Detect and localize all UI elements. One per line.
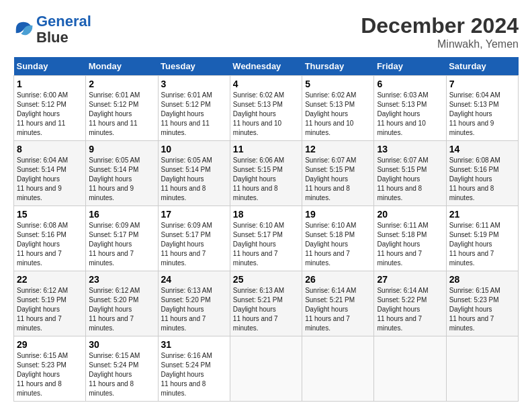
day-info: Sunrise: 6:10 AM Sunset: 5:18 PM Dayligh… xyxy=(305,221,371,268)
day-info: Sunrise: 6:05 AM Sunset: 5:14 PM Dayligh… xyxy=(89,156,154,203)
calendar-cell: 27 Sunrise: 6:14 AM Sunset: 5:22 PM Dayl… xyxy=(374,271,446,336)
day-number: 22 xyxy=(17,274,83,285)
day-number: 29 xyxy=(17,339,83,350)
day-number: 28 xyxy=(449,274,515,285)
day-number: 19 xyxy=(305,209,371,220)
day-number: 24 xyxy=(161,274,227,285)
header-saturday: Saturday xyxy=(446,57,518,76)
day-info: Sunrise: 6:12 AM Sunset: 5:19 PM Dayligh… xyxy=(17,286,83,333)
calendar-cell: 4 Sunrise: 6:02 AM Sunset: 5:13 PM Dayli… xyxy=(230,76,302,141)
calendar-cell: 11 Sunrise: 6:06 AM Sunset: 5:15 PM Dayl… xyxy=(230,141,302,206)
logo: General Blue xyxy=(13,13,91,46)
header-sunday: Sunday xyxy=(14,57,86,76)
calendar-cell: 25 Sunrise: 6:13 AM Sunset: 5:21 PM Dayl… xyxy=(230,271,302,336)
day-info: Sunrise: 6:04 AM Sunset: 5:13 PM Dayligh… xyxy=(449,91,515,138)
calendar-cell: 24 Sunrise: 6:13 AM Sunset: 5:20 PM Dayl… xyxy=(158,271,230,336)
location-title: Minwakh, Yemen xyxy=(361,38,519,50)
calendar-cell: 5 Sunrise: 6:02 AM Sunset: 5:13 PM Dayli… xyxy=(302,76,374,141)
logo-line1: General xyxy=(36,13,91,30)
logo-icon xyxy=(13,19,34,40)
calendar-week-row: 8 Sunrise: 6:04 AM Sunset: 5:14 PM Dayli… xyxy=(14,141,519,206)
calendar-cell: 6 Sunrise: 6:03 AM Sunset: 5:13 PM Dayli… xyxy=(374,76,446,141)
calendar-cell: 20 Sunrise: 6:11 AM Sunset: 5:18 PM Dayl… xyxy=(374,206,446,271)
calendar-cell: 15 Sunrise: 6:08 AM Sunset: 5:16 PM Dayl… xyxy=(14,206,86,271)
day-info: Sunrise: 6:11 AM Sunset: 5:19 PM Dayligh… xyxy=(449,221,515,268)
calendar-cell: 3 Sunrise: 6:01 AM Sunset: 5:12 PM Dayli… xyxy=(158,76,230,141)
day-number: 21 xyxy=(449,209,515,220)
day-number: 8 xyxy=(17,144,83,154)
calendar-cell: 29 Sunrise: 6:15 AM Sunset: 5:23 PM Dayl… xyxy=(14,336,86,402)
day-number: 11 xyxy=(233,144,299,154)
day-info: Sunrise: 6:12 AM Sunset: 5:20 PM Dayligh… xyxy=(89,286,154,333)
day-number: 6 xyxy=(377,79,443,89)
calendar-cell: 31 Sunrise: 6:16 AM Sunset: 5:24 PM Dayl… xyxy=(158,336,230,402)
day-number: 31 xyxy=(161,339,227,350)
calendar-cell: 2 Sunrise: 6:01 AM Sunset: 5:12 PM Dayli… xyxy=(86,76,158,141)
day-number: 26 xyxy=(305,274,371,285)
day-info: Sunrise: 6:13 AM Sunset: 5:21 PM Dayligh… xyxy=(233,286,299,333)
calendar-cell: 9 Sunrise: 6:05 AM Sunset: 5:14 PM Dayli… xyxy=(86,141,158,206)
calendar-cell: 26 Sunrise: 6:14 AM Sunset: 5:21 PM Dayl… xyxy=(302,271,374,336)
calendar-week-row: 22 Sunrise: 6:12 AM Sunset: 5:19 PM Dayl… xyxy=(14,271,519,336)
day-number: 25 xyxy=(233,274,299,285)
calendar-cell: 8 Sunrise: 6:04 AM Sunset: 5:14 PM Dayli… xyxy=(14,141,86,206)
calendar-week-row: 15 Sunrise: 6:08 AM Sunset: 5:16 PM Dayl… xyxy=(14,206,519,271)
day-info: Sunrise: 6:15 AM Sunset: 5:24 PM Dayligh… xyxy=(89,351,154,398)
calendar-cell: 7 Sunrise: 6:04 AM Sunset: 5:13 PM Dayli… xyxy=(446,76,518,141)
calendar-cell xyxy=(446,336,518,402)
calendar-header-row: Sunday Monday Tuesday Wednesday Thursday… xyxy=(14,57,519,76)
day-number: 1 xyxy=(17,79,83,89)
day-number: 30 xyxy=(89,339,154,350)
day-number: 23 xyxy=(89,274,154,285)
header-friday: Friday xyxy=(374,57,446,76)
day-info: Sunrise: 6:02 AM Sunset: 5:13 PM Dayligh… xyxy=(233,91,299,138)
calendar-cell: 14 Sunrise: 6:08 AM Sunset: 5:16 PM Dayl… xyxy=(446,141,518,206)
calendar-cell: 28 Sunrise: 6:15 AM Sunset: 5:23 PM Dayl… xyxy=(446,271,518,336)
calendar-cell: 18 Sunrise: 6:10 AM Sunset: 5:17 PM Dayl… xyxy=(230,206,302,271)
day-info: Sunrise: 6:06 AM Sunset: 5:15 PM Dayligh… xyxy=(233,156,299,203)
calendar-cell: 16 Sunrise: 6:09 AM Sunset: 5:17 PM Dayl… xyxy=(86,206,158,271)
day-number: 3 xyxy=(161,79,227,89)
day-info: Sunrise: 6:16 AM Sunset: 5:24 PM Dayligh… xyxy=(161,351,227,398)
day-info: Sunrise: 6:05 AM Sunset: 5:14 PM Dayligh… xyxy=(161,156,227,203)
calendar-week-row: 29 Sunrise: 6:15 AM Sunset: 5:23 PM Dayl… xyxy=(14,336,519,402)
calendar-cell xyxy=(374,336,446,402)
day-number: 5 xyxy=(305,79,371,89)
day-info: Sunrise: 6:00 AM Sunset: 5:12 PM Dayligh… xyxy=(17,91,83,138)
title-block: December 2024 Minwakh, Yemen xyxy=(361,13,519,50)
calendar-cell: 10 Sunrise: 6:05 AM Sunset: 5:14 PM Dayl… xyxy=(158,141,230,206)
day-number: 9 xyxy=(89,144,154,154)
day-number: 14 xyxy=(449,144,515,154)
calendar-cell: 21 Sunrise: 6:11 AM Sunset: 5:19 PM Dayl… xyxy=(446,206,518,271)
logo-text: General Blue xyxy=(36,13,91,46)
calendar-cell: 1 Sunrise: 6:00 AM Sunset: 5:12 PM Dayli… xyxy=(14,76,86,141)
header-tuesday: Tuesday xyxy=(158,57,230,76)
day-number: 20 xyxy=(377,209,443,220)
day-info: Sunrise: 6:09 AM Sunset: 5:17 PM Dayligh… xyxy=(89,221,154,268)
day-info: Sunrise: 6:07 AM Sunset: 5:15 PM Dayligh… xyxy=(377,156,443,203)
day-number: 27 xyxy=(377,274,443,285)
calendar-cell: 12 Sunrise: 6:07 AM Sunset: 5:15 PM Dayl… xyxy=(302,141,374,206)
calendar-cell: 23 Sunrise: 6:12 AM Sunset: 5:20 PM Dayl… xyxy=(86,271,158,336)
calendar-week-row: 1 Sunrise: 6:00 AM Sunset: 5:12 PM Dayli… xyxy=(14,76,519,141)
day-number: 4 xyxy=(233,79,299,89)
calendar-cell: 13 Sunrise: 6:07 AM Sunset: 5:15 PM Dayl… xyxy=(374,141,446,206)
calendar-cell xyxy=(230,336,302,402)
page-header: General Blue December 2024 Minwakh, Yeme… xyxy=(13,13,519,50)
calendar-cell: 30 Sunrise: 6:15 AM Sunset: 5:24 PM Dayl… xyxy=(86,336,158,402)
day-info: Sunrise: 6:09 AM Sunset: 5:17 PM Dayligh… xyxy=(161,221,227,268)
day-info: Sunrise: 6:13 AM Sunset: 5:20 PM Dayligh… xyxy=(161,286,227,333)
calendar-cell: 19 Sunrise: 6:10 AM Sunset: 5:18 PM Dayl… xyxy=(302,206,374,271)
calendar-cell xyxy=(302,336,374,402)
day-info: Sunrise: 6:01 AM Sunset: 5:12 PM Dayligh… xyxy=(161,91,227,138)
calendar-cell: 17 Sunrise: 6:09 AM Sunset: 5:17 PM Dayl… xyxy=(158,206,230,271)
day-info: Sunrise: 6:14 AM Sunset: 5:22 PM Dayligh… xyxy=(377,286,443,333)
header-thursday: Thursday xyxy=(302,57,374,76)
day-number: 16 xyxy=(89,209,154,220)
day-number: 2 xyxy=(89,79,154,89)
calendar-cell: 22 Sunrise: 6:12 AM Sunset: 5:19 PM Dayl… xyxy=(14,271,86,336)
day-info: Sunrise: 6:10 AM Sunset: 5:17 PM Dayligh… xyxy=(233,221,299,268)
day-info: Sunrise: 6:01 AM Sunset: 5:12 PM Dayligh… xyxy=(89,91,154,138)
day-number: 12 xyxy=(305,144,371,154)
day-number: 17 xyxy=(161,209,227,220)
